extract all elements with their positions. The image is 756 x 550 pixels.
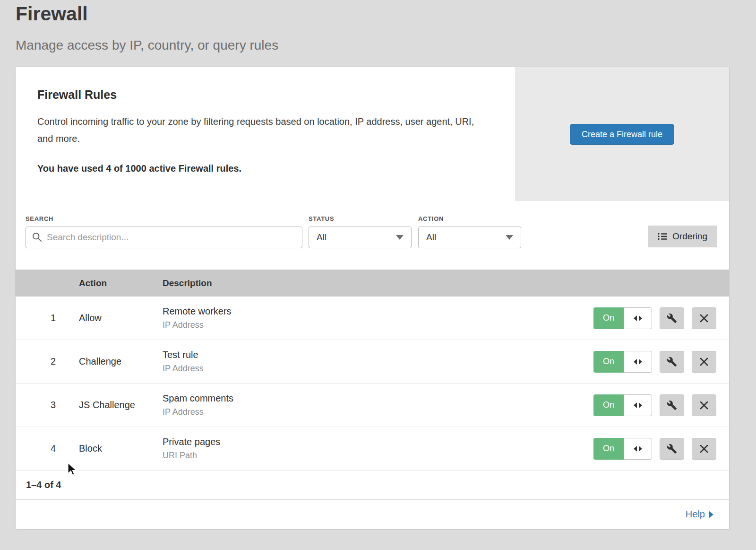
search-icon	[32, 232, 42, 242]
toggle-handle[interactable]	[624, 351, 652, 373]
action-selected-value: All	[426, 232, 436, 243]
table-row: 2 Challenge Test rule IP Address On	[16, 340, 729, 384]
rule-description: Test rule IP Address	[163, 349, 204, 374]
rule-match-type: IP Address	[163, 407, 233, 417]
rule-controls: On	[593, 394, 716, 416]
rule-action: Challenge	[79, 356, 163, 367]
column-header-description: Description	[163, 278, 212, 288]
edit-rule-button[interactable]	[660, 351, 684, 373]
arrow-left-icon	[634, 446, 637, 452]
pagination-range: 1–4 of 4	[26, 480, 61, 490]
chevron-down-icon	[506, 235, 513, 240]
table-row: 1 Allow Remote workers IP Address On	[16, 297, 729, 340]
rule-controls: On	[593, 351, 716, 373]
ordering-button[interactable]: Ordering	[648, 226, 717, 247]
arrow-right-icon	[709, 511, 713, 518]
filters-bar: SEARCH STATUS All ACTION All	[16, 201, 729, 270]
arrow-right-icon	[639, 446, 642, 452]
status-label: STATUS	[309, 215, 418, 222]
close-icon	[699, 357, 709, 367]
status-selected-value: All	[317, 232, 326, 243]
toggle-on-label: On	[593, 394, 624, 416]
rule-priority: 4	[16, 443, 56, 454]
firewall-rules-card: Firewall Rules Control incoming traffic …	[16, 67, 729, 529]
create-firewall-rule-button[interactable]: Create a Firewall rule	[570, 124, 674, 145]
rule-match-type: IP Address	[163, 320, 232, 330]
action-label: ACTION	[418, 215, 521, 222]
wrench-icon	[667, 357, 677, 367]
rule-action: JS Challenge	[79, 400, 163, 410]
arrow-left-icon	[634, 359, 637, 365]
search-group: SEARCH	[26, 215, 302, 248]
edit-rule-button[interactable]	[660, 307, 684, 329]
delete-rule-button[interactable]	[692, 307, 716, 329]
rules-usage-count: You have used 4 of 1000 active Firewall …	[37, 163, 487, 174]
rule-action: Block	[79, 443, 163, 454]
help-link-label: Help	[686, 509, 705, 520]
action-group: ACTION All	[418, 215, 521, 248]
close-icon	[699, 401, 709, 410]
edit-rule-button[interactable]	[660, 394, 684, 416]
help-bar: Help	[16, 500, 729, 529]
create-rule-panel: Create a Firewall rule	[515, 67, 729, 201]
wrench-icon	[667, 313, 677, 323]
toggle-handle[interactable]	[624, 394, 652, 416]
column-header-action: Action	[79, 278, 163, 288]
rule-description: Private pages URI Path	[163, 437, 220, 461]
arrow-left-icon	[634, 315, 637, 321]
delete-rule-button[interactable]	[692, 351, 716, 373]
wrench-icon	[667, 400, 677, 410]
rule-description-title: Private pages	[163, 437, 220, 447]
rule-enabled-toggle[interactable]: On	[593, 394, 652, 416]
rules-intro-text: Firewall Rules Control incoming traffic …	[16, 67, 515, 201]
arrow-right-icon	[639, 315, 642, 321]
close-icon	[699, 444, 709, 454]
rule-description: Remote workers IP Address	[163, 306, 232, 330]
toggle-handle[interactable]	[624, 307, 652, 329]
rule-match-type: IP Address	[163, 364, 204, 374]
rules-intro-section: Firewall Rules Control incoming traffic …	[16, 67, 729, 201]
rule-action: Allow	[79, 313, 163, 323]
status-group: STATUS All	[309, 215, 418, 248]
rule-priority: 2	[16, 356, 56, 367]
status-select[interactable]: All	[309, 227, 412, 248]
toggle-on-label: On	[593, 438, 624, 460]
rule-priority: 3	[16, 400, 56, 410]
table-header: Action Description	[16, 270, 729, 297]
action-select[interactable]: All	[418, 227, 521, 248]
rule-controls: On	[593, 307, 716, 329]
arrow-left-icon	[634, 402, 637, 408]
table-row: 4 Block Private pages URI Path On	[16, 427, 729, 471]
close-icon	[699, 314, 709, 323]
delete-rule-button[interactable]	[692, 394, 716, 416]
rule-description-title: Test rule	[163, 349, 204, 360]
arrow-right-icon	[639, 402, 642, 408]
rule-controls: On	[593, 438, 716, 460]
rule-enabled-toggle[interactable]: On	[593, 351, 652, 373]
rule-description: Spam comments IP Address	[163, 393, 233, 417]
search-label: SEARCH	[26, 215, 302, 222]
rule-priority: 1	[16, 313, 56, 323]
pagination-bar: 1–4 of 4	[16, 471, 729, 500]
edit-rule-button[interactable]	[660, 438, 684, 460]
page-subtitle: Manage access by IP, country, or query r…	[16, 38, 278, 53]
delete-rule-button[interactable]	[692, 438, 716, 460]
toggle-on-label: On	[593, 351, 624, 373]
chevron-down-icon	[396, 235, 404, 240]
help-link[interactable]: Help	[686, 509, 713, 520]
toggle-handle[interactable]	[624, 438, 652, 460]
rule-description-title: Remote workers	[163, 306, 232, 317]
section-description: Control incoming traffic to your zone by…	[37, 113, 486, 147]
section-heading: Firewall Rules	[37, 88, 487, 102]
wrench-icon	[667, 444, 677, 454]
page-title: Firewall	[16, 3, 88, 25]
rule-description-title: Spam comments	[163, 393, 233, 404]
rule-match-type: URI Path	[163, 451, 220, 461]
rule-enabled-toggle[interactable]: On	[593, 307, 652, 329]
table-row: 3 JS Challenge Spam comments IP Address …	[16, 384, 729, 427]
list-ordering-icon	[658, 233, 667, 240]
ordering-button-label: Ordering	[672, 231, 707, 242]
search-input[interactable]	[26, 227, 302, 248]
rule-enabled-toggle[interactable]: On	[593, 438, 652, 460]
toggle-on-label: On	[593, 307, 624, 329]
